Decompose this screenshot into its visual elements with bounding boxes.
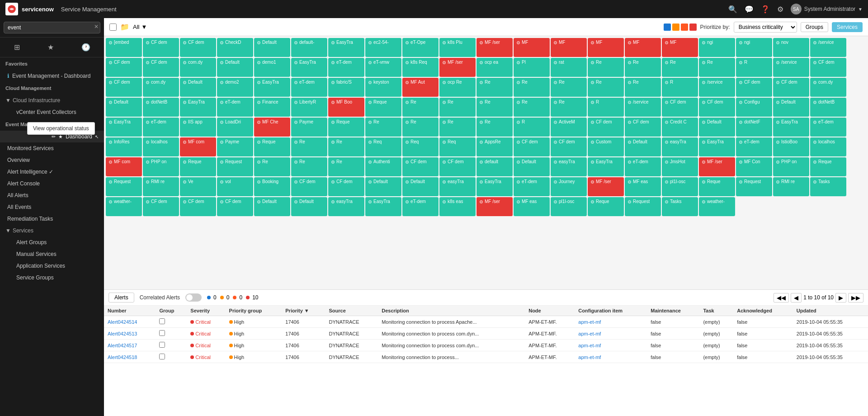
tile[interactable]: ⚙CF dem [588,118,624,137]
tile[interactable]: ⚙Request [625,197,661,216]
cell-number[interactable]: Alert0424517 [104,340,156,351]
sidebar-item-alert-intelligence[interactable]: Alert Intelligence ✓ [0,166,104,178]
tile[interactable]: ⚙CF dem [143,38,179,57]
sidebar-star-icon[interactable]: ★ [44,41,57,53]
tile[interactable]: ⚙MF Aut [402,78,439,97]
cell-config-item[interactable]: apm-et-mf [575,316,647,328]
tile[interactable]: ⚙Tasks [810,177,846,196]
tile[interactable]: ⚙Re [291,157,327,176]
tile[interactable]: ⚙com.dy [180,58,216,77]
tile[interactable]: ⚙LibertyR [291,98,327,117]
tile[interactable]: ⚙CF dem [180,38,216,57]
tile[interactable]: ⚙MF [662,38,698,57]
tile[interactable]: ⚙Default [106,98,142,117]
tile[interactable]: ⚙ngi [736,38,772,57]
help-icon[interactable]: ❓ [761,5,770,14]
cell-config-item[interactable]: apm-et-mf [575,340,647,351]
logo[interactable]: servicenow [5,3,54,15]
tile[interactable]: ⚙R [662,78,698,97]
tile[interactable]: ⚙localhos [143,137,179,156]
tile[interactable]: ⚙eT-dem [810,118,846,137]
row-checkbox[interactable] [159,318,165,324]
alert-link[interactable]: Alert0424514 [108,319,137,325]
tile[interactable]: ⚙Default [217,58,253,77]
tile[interactable]: ⚙easyTra [439,177,476,196]
tile[interactable]: ⚙MF [514,38,550,57]
sidebar-item-vcenter[interactable]: vCenter Event Collectors [9,106,104,118]
sidebar-item-all-events[interactable]: All Events [0,201,104,213]
tile[interactable]: ⚙CF dem [143,197,179,216]
tile[interactable]: ⚙Default [773,98,809,117]
tile[interactable]: ⚙EasyTra [106,118,142,137]
tile[interactable]: ⚙Ve [180,177,216,196]
tile[interactable]: ⚙easyTra [328,197,364,216]
tile[interactable]: ⚙Tasks [662,197,698,216]
tile[interactable]: ⚙Journey [551,177,587,196]
tile[interactable]: ⚙CF dem [291,177,327,196]
tile[interactable]: ⚙Payme [291,118,327,137]
tile[interactable]: ⚙Req [439,137,476,156]
tile[interactable]: ⚙Req [402,137,439,156]
tile[interactable]: ⚙InfoRes [106,137,142,156]
chat-icon[interactable]: 💬 [745,5,754,14]
tile[interactable]: ⚙Reque [254,137,290,156]
tile[interactable]: ⚙CF dem [514,137,550,156]
user-info[interactable]: SA System Administrator ▼ [791,4,863,14]
tile[interactable]: ⚙IIS app [180,118,216,137]
tile[interactable]: ⚙MF eas [625,177,661,196]
tile[interactable]: ⚙CF dem [106,78,142,97]
tile[interactable]: ⚙CF dem [106,58,142,77]
tile[interactable]: ⚙Re [625,78,661,97]
tile[interactable]: ⚙CF dem [736,78,772,97]
tile[interactable]: ⚙Payme [217,137,253,156]
tile[interactable]: ⚙Re [328,157,364,176]
tile[interactable]: ⚙keyston [365,78,401,97]
tile[interactable]: ⚙Re [476,98,513,117]
tile[interactable]: ⚙PHP on [143,157,179,176]
tile[interactable]: ⚙Configu [736,98,772,117]
tile[interactable]: ⚙eT-dem [217,98,253,117]
tile[interactable]: ⚙k8s Plu [439,38,476,57]
tile[interactable]: ⚙MF [551,38,587,57]
search-clear-icon[interactable]: ✕ [94,24,99,30]
tile[interactable]: ⚙Re [476,78,513,97]
sidebar-item-alert-groups[interactable]: Alert Groups [9,236,104,248]
prev-page-button[interactable]: ◀ [791,293,802,303]
tile[interactable]: ⚙demo1 [254,58,290,77]
tile[interactable]: ⚙weather- [106,197,142,216]
tile[interactable]: ⚙R [588,98,624,117]
tile[interactable]: ⚙EasyTra [588,157,624,176]
tile[interactable]: ⚙easyTra [551,157,587,176]
tile[interactable]: ⚙localhos [810,137,846,156]
tile[interactable]: ⚙EasyTra [699,137,735,156]
services-group[interactable]: ▼ Services [0,225,104,236]
tile[interactable]: ⚙easyTra [662,137,698,156]
tile[interactable]: ⚙vol [217,177,253,196]
tile[interactable]: ⚙Re [625,58,661,77]
search-icon[interactable]: 🔍 [728,5,737,14]
tile[interactable]: ⚙Re [254,157,290,176]
sidebar-item-overview[interactable]: Overview [0,154,104,166]
tile[interactable]: ⚙EasyTra [328,38,364,57]
tile[interactable]: ⚙Request [106,177,142,196]
tile[interactable]: ⚙default- [291,38,327,57]
config-item-link[interactable]: apm-et-mf [578,343,601,348]
tile[interactable]: ⚙nov [773,38,809,57]
tile[interactable]: ⚙Re [551,78,587,97]
tile[interactable]: ⚙EasyTra [291,58,327,77]
tile[interactable]: ⚙Reque [588,197,624,216]
tile[interactable]: ⚙Pl [514,58,550,77]
tile[interactable]: ⚙Reque [810,157,846,176]
sidebar-item-monitored-services[interactable]: Monitored Services [0,142,104,154]
tile[interactable]: ⚙/service [625,98,661,117]
tile[interactable]: ⚙MF com [180,137,216,156]
tile[interactable]: ⚙rat [551,58,587,77]
tile[interactable]: ⚙Re [291,137,327,156]
last-page-button[interactable]: ▶▶ [848,293,863,303]
next-page-button[interactable]: ▶ [835,293,846,303]
tile[interactable]: ⚙/service [810,38,846,57]
tile[interactable]: ⚙eT-dem [402,197,439,216]
tile[interactable]: ⚙Re [328,137,364,156]
tile[interactable]: ⚙EasyTra [773,118,809,137]
sidebar-history-icon[interactable]: 🕐 [78,41,94,53]
